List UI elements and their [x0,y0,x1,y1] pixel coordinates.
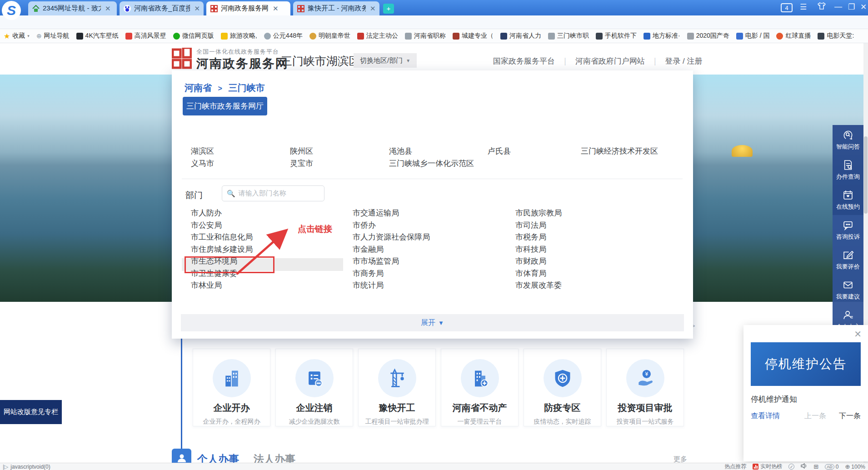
tab-baidu-search[interactable]: 河南省政务_百度搜索 ✕ [120,1,204,15]
department-link[interactable]: 市市场监管局 [353,255,503,268]
bookmark-item[interactable]: 高清风景壁 [125,32,166,40]
new-tab-button[interactable]: + [383,4,394,14]
bookmark-item[interactable]: ⊕网址导航 [36,32,70,40]
popup-close-icon[interactable]: ✕ [854,329,862,340]
region-link[interactable]: 卢氏县 [488,146,511,156]
site-feedback-ribbon[interactable]: 网站改版意见专栏 [0,400,62,424]
menu-icon[interactable]: ☰ [800,2,807,12]
medkit-icon[interactable]: ⊞ [813,463,818,470]
tab-yukaikaigong[interactable]: 豫快开工 - 河南政务服务 ✕ [293,1,379,15]
tab-hnzwfw-active[interactable]: 河南政务服务网 ✕ [206,1,290,15]
bookmark-item[interactable]: 地方标准· [644,32,680,40]
department-link[interactable]: 市科技局 [515,244,665,256]
switch-region-button[interactable]: 切换地区/部门▼ [354,53,417,68]
sidebar-item-consult-complaint[interactable]: 咨询投诉 [833,215,863,245]
region-link[interactable]: 义马市 [191,158,214,169]
sidebar-label: 办件查询 [836,173,860,181]
department-link[interactable]: 市商务局 [353,268,503,280]
popup-detail-link[interactable]: 查看详情 [751,411,780,421]
department-link[interactable]: 市人力资源社会保障局 [353,231,503,244]
department-link[interactable]: 市发展改革委 [515,280,665,292]
hnzwfw-logo[interactable] [172,48,192,70]
service-card-yukuaikaigong[interactable]: 豫快开工 工程项目一站审批办理 [358,349,436,426]
region-link[interactable]: 渑池县 [389,146,412,156]
department-link[interactable]: 市统计局 [353,280,503,292]
maximize-icon[interactable]: ❐ [848,2,855,12]
check-status-icon[interactable]: ✓ [788,464,794,470]
tab-count-badge[interactable]: 4 [781,3,793,12]
department-link[interactable]: 市金融局 [353,244,503,256]
hot-recommend-link[interactable]: 热点推荐 [724,463,746,470]
site-name[interactable]: 河南政务服务网 [196,55,289,72]
search-placeholder: 请输入部门名称 [239,189,286,198]
scrollbar-thumb[interactable] [864,136,868,214]
speaker-icon[interactable] [801,463,807,470]
service-card-fangyi[interactable]: 防疫专区 疫情动态，实时追踪 [524,349,601,426]
department-link[interactable]: 市民族宗教局 [515,207,665,220]
realtime-hotlist-link[interactable]: 实时热榜 [753,463,782,470]
bookmark-item[interactable]: 2020国产奇 [687,32,729,40]
sidebar-item-rate[interactable]: 我要评价 [833,245,863,275]
minimize-icon[interactable]: — [834,2,842,11]
popup-prev-link[interactable]: 上一条 [804,411,826,421]
sidebar-item-case-query[interactable]: 办件查询 [833,155,863,185]
bookmark-item[interactable]: 电影 / 国 [736,32,770,40]
tab-close-icon[interactable]: ✕ [370,5,376,13]
close-window-icon[interactable]: ✕ [860,2,867,12]
bookmark-item[interactable]: 河南省职称 [405,32,446,40]
department-link[interactable]: 市财政局 [515,255,665,268]
link-henan-portal[interactable]: 河南省政府门户网站 [575,56,645,66]
bookmark-item[interactable]: 微信网页版 [173,32,214,40]
department-link[interactable]: 市税务局 [515,231,665,244]
tab-close-icon[interactable]: ✕ [273,5,279,13]
department-link[interactable]: 市人防办 [191,207,341,220]
department-link[interactable]: 市侨办 [353,220,503,232]
bookmark-item[interactable]: 城建专业（ [453,32,494,40]
bookmark-item[interactable]: 法定主动公 [357,32,398,40]
region-link[interactable]: 三门峡城乡一体化示范区 [389,158,474,169]
tab-close-icon[interactable]: ✕ [105,5,111,13]
department-link[interactable]: 市体育局 [515,268,665,280]
expand-button[interactable]: 展开▼ [181,314,684,331]
tab-close-icon[interactable]: ✕ [194,5,200,13]
sidebar-item-suggest[interactable]: 我要建议 [833,275,863,305]
department-search-input[interactable]: 🔍 请输入部门名称 [222,185,324,201]
bookmark-item[interactable]: 公元448年 [264,32,303,40]
city-service-hall-button[interactable]: 三门峡市政务服务网厅 [183,97,267,115]
service-card-budongchan[interactable]: 河南省不动产 一窗受理云平台 [441,349,519,426]
region-link[interactable]: 湖滨区 [191,146,214,156]
bookmark-item[interactable]: 三门峡市职 [548,32,589,40]
breadcrumb-city[interactable]: 三门峡市 [228,83,264,93]
bookmark-item[interactable]: 红球直播 [776,32,811,40]
sidebar-item-smart-qa[interactable]: 智能问答 [833,125,863,155]
department-link[interactable]: 市司法局 [515,220,665,232]
bookmark-item[interactable]: 明朝皇帝世 [309,32,350,40]
link-login-register[interactable]: 登录 / 注册 [665,56,702,66]
popup-next-link[interactable]: 下一条 [839,411,861,421]
bookmark-item[interactable]: 4K汽车壁纸 [76,32,119,40]
region-link[interactable]: 三门峡经济技术开发区 [581,146,658,156]
person-icon [842,309,854,321]
region-link[interactable]: 灵宝市 [290,158,313,169]
region-link[interactable]: 陕州区 [290,146,313,156]
bookmark-item[interactable]: 手机软件下 [596,32,637,40]
department-link[interactable]: 市林业局 [191,280,341,292]
skin-icon[interactable] [817,1,826,13]
ad-blocker-status[interactable]: AD0 [825,464,838,470]
service-card-qiyekaiban[interactable]: 企业开办 企业开办，全程网办 [193,349,270,426]
service-card-qiyezhuxiao[interactable]: 企业注销 减少企业跑腿次数 [275,349,353,426]
bookmark-item[interactable]: 电影天堂: [818,32,854,40]
breadcrumb-province[interactable]: 河南省 [185,83,212,93]
sidebar-item-online-booking[interactable]: 在线预约 [833,185,863,215]
tab-2345[interactable]: 2345网址导航 - 致力于打 ✕ [28,1,117,15]
department-link[interactable]: 市交通运输局 [353,207,503,220]
bookmark-item[interactable]: 旅游攻略, [221,32,257,40]
service-card-touzishenpi[interactable]: ¥ 投资项目审批 投资项目一站式服务 [606,349,684,426]
sogou-browser-logo[interactable]: S [2,1,21,20]
link-national-platform[interactable]: 国家政务服务平台 [493,56,555,66]
zoom-level[interactable]: ⊕ 100% [845,463,865,470]
bookmark-favorites[interactable]: ★收藏▾ [4,32,30,40]
popup-notice-title[interactable]: 停机维护通知 [751,394,797,405]
favicon [125,33,132,40]
bookmark-item[interactable]: 河南省人力 [500,32,541,40]
